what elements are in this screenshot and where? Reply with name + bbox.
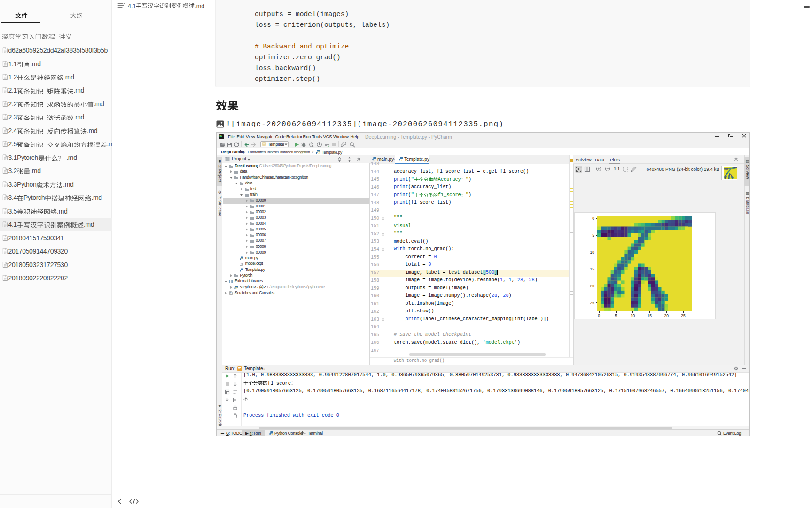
svg-text:?: ?	[230, 292, 232, 294]
svg-text:?: ?	[241, 262, 242, 265]
